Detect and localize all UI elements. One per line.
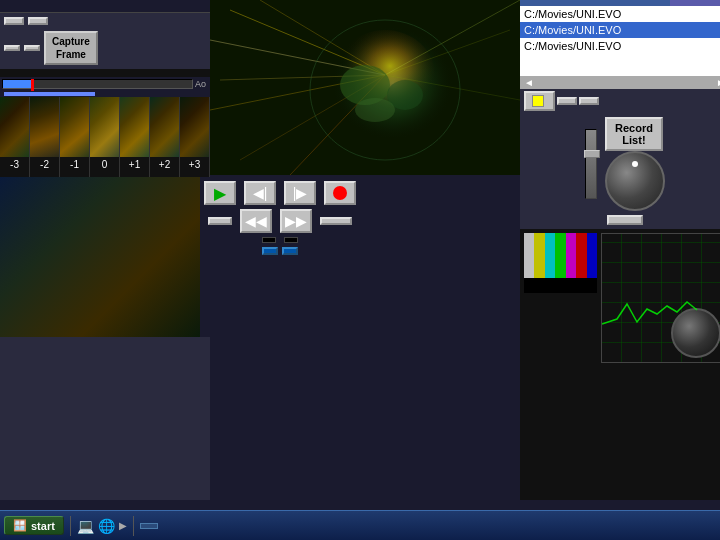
- file-info: [0, 0, 210, 13]
- options-button[interactable]: [28, 17, 48, 25]
- ao-label: Ao: [193, 79, 208, 89]
- file-list-scrollbar: ◄ ►: [520, 76, 720, 89]
- colorbars: [524, 233, 597, 278]
- taskbar-separator-2: [133, 516, 134, 536]
- record-list-button[interactable]: RecordList!: [605, 117, 663, 151]
- help-button[interactable]: [24, 45, 40, 51]
- link-indicator: [532, 95, 544, 107]
- taskbar: 🪟 start 💻 🌐 ▶: [0, 510, 720, 540]
- slider-track[interactable]: [585, 129, 597, 199]
- taskbar-arrow[interactable]: ▶: [119, 520, 127, 531]
- video-display: [210, 0, 520, 175]
- clear-button[interactable]: [579, 97, 599, 105]
- center-column: [210, 0, 520, 500]
- file-list-item-2[interactable]: C:/Movies/UNI.EVO: [520, 22, 720, 38]
- scope-display: [601, 233, 720, 363]
- thumb-plus1[interactable]: +1: [120, 97, 150, 177]
- left-panel: CaptureFrame Ao -3 -2: [0, 0, 210, 500]
- taskbar-icon-2[interactable]: 🌐: [98, 518, 115, 534]
- video-progress-row: Ao: [0, 77, 210, 91]
- file-action-row: [520, 89, 720, 113]
- video-svg: [210, 0, 520, 175]
- right-controls: RecordList!: [520, 113, 720, 229]
- file-list-item-1[interactable]: C:/Movies/UNI.EVO: [520, 6, 720, 22]
- file-list-item-3[interactable]: C:/Movies/UNI.EVO: [520, 38, 720, 54]
- thumb-minus1[interactable]: -1: [60, 97, 90, 177]
- video-progress-bar[interactable]: [2, 79, 193, 89]
- bottom-area: ▶ ◀| |▶ ◀◀: [0, 177, 210, 337]
- svg-point-16: [355, 98, 395, 122]
- bottom-thumb: [0, 177, 200, 337]
- nav-row: CaptureFrame: [0, 29, 210, 67]
- thumb-minus2[interactable]: -2: [30, 97, 60, 177]
- scroll-right-arrow[interactable]: ►: [716, 77, 720, 88]
- save-as-button[interactable]: [4, 17, 24, 25]
- timecode-display: [0, 69, 210, 77]
- waveform-svg: [602, 234, 720, 362]
- colorbar-container: [524, 233, 597, 496]
- scope-area: [520, 229, 720, 500]
- knob-indicator: [632, 161, 638, 167]
- home-button[interactable]: [4, 45, 20, 51]
- file-list: C:/Movies/UNI.EVO C:/Movies/UNI.EVO C:/M…: [520, 6, 720, 76]
- start-label: start: [31, 520, 55, 532]
- thumbnail-strip: -3 -2 -1 0 +1 +2: [0, 97, 210, 177]
- right-panel: C:/Movies/UNI.EVO C:/Movies/UNI.EVO C:/M…: [520, 0, 720, 500]
- volume-slider[interactable]: [585, 129, 597, 199]
- scroll-left-arrow[interactable]: ◄: [524, 77, 534, 88]
- start-button[interactable]: 🪟 start: [4, 516, 64, 535]
- knob-area: RecordList!: [585, 117, 665, 211]
- thumb-minus3[interactable]: -3: [0, 97, 30, 177]
- controls-top: [0, 13, 210, 29]
- add-list-button[interactable]: [557, 97, 577, 105]
- thumb-zero[interactable]: 0: [90, 97, 120, 177]
- thumb-plus2[interactable]: +2: [150, 97, 180, 177]
- slider-thumb[interactable]: [584, 150, 600, 158]
- taskbar-movieshop[interactable]: [140, 523, 158, 529]
- start-icon: 🪟: [13, 519, 27, 532]
- volume-knob[interactable]: [605, 151, 665, 211]
- link-button[interactable]: [524, 91, 555, 111]
- taskbar-icon-1[interactable]: 💻: [77, 518, 94, 534]
- exit-button[interactable]: [607, 215, 643, 225]
- thumb-plus3[interactable]: +3: [180, 97, 210, 177]
- taskbar-separator: [70, 516, 71, 536]
- capture-frame-button[interactable]: CaptureFrame: [44, 31, 98, 65]
